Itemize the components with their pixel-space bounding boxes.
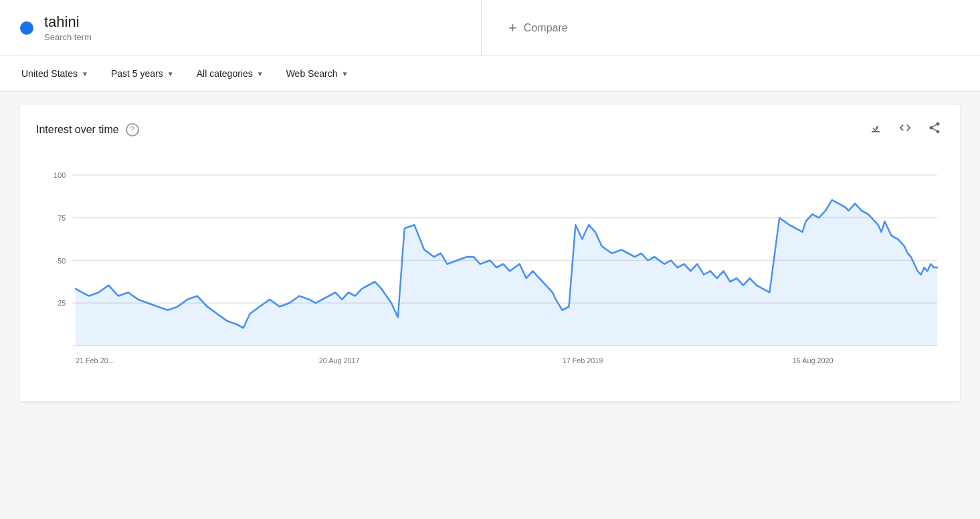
header-section: tahini Search term + Compare <box>0 0 980 56</box>
embed-button[interactable] <box>896 118 914 140</box>
search-type-arrow-icon: ▼ <box>341 70 348 78</box>
y-label-50: 50 <box>58 256 66 264</box>
download-icon <box>869 121 882 134</box>
time-range-arrow-icon: ▼ <box>167 70 174 78</box>
x-label-2017: 20 Aug 2017 <box>319 356 360 365</box>
search-term-value: tahini <box>44 13 92 31</box>
search-term-label: Search term <box>44 32 92 42</box>
chart-actions <box>866 118 944 140</box>
x-label-start: 21 Feb 20... <box>76 356 114 365</box>
region-label: United States <box>21 68 78 79</box>
chart-title: Interest over time <box>36 124 119 136</box>
interest-over-time-card: Interest over time ? <box>20 105 960 401</box>
category-label: All categories <box>197 68 253 79</box>
region-filter[interactable]: United States ▼ <box>20 66 90 82</box>
category-filter[interactable]: All categories ▼ <box>195 66 265 82</box>
content-area: Interest over time ? <box>0 92 980 421</box>
chart-header: Interest over time ? <box>36 118 944 140</box>
compare-button[interactable]: + Compare <box>508 19 568 37</box>
y-label-25: 25 <box>58 299 66 307</box>
search-type-label: Web Search <box>286 68 338 79</box>
trend-chart-svg: 100 75 50 25 21 Feb 20... 20 Aug 2017 17… <box>36 154 944 381</box>
help-icon-label: ? <box>130 125 134 134</box>
y-label-75: 75 <box>58 213 66 221</box>
embed-icon <box>898 121 912 134</box>
share-icon <box>928 121 941 134</box>
search-type-filter[interactable]: Web Search ▼ <box>285 66 350 82</box>
search-term-dot <box>20 21 33 35</box>
search-term-text: tahini Search term <box>44 13 92 42</box>
help-icon[interactable]: ? <box>126 123 139 136</box>
share-button[interactable] <box>925 118 944 140</box>
region-arrow-icon: ▼ <box>82 70 88 78</box>
category-arrow-icon: ▼ <box>257 70 264 78</box>
download-button[interactable] <box>866 118 885 140</box>
filters-bar: United States ▼ Past 5 years ▼ All categ… <box>0 56 980 92</box>
time-range-filter[interactable]: Past 5 years ▼ <box>110 66 175 82</box>
trend-area <box>76 200 937 346</box>
compare-box: + Compare <box>482 0 980 56</box>
compare-label: Compare <box>524 22 568 34</box>
chart-container: 100 75 50 25 21 Feb 20... 20 Aug 2017 17… <box>36 154 944 381</box>
y-label-100: 100 <box>54 171 66 179</box>
x-label-2019: 17 Feb 2019 <box>563 356 603 365</box>
search-term-box: tahini Search term <box>0 0 482 56</box>
time-range-label: Past 5 years <box>111 68 163 79</box>
compare-plus-icon: + <box>508 19 517 37</box>
x-label-2020: 16 Aug 2020 <box>793 356 834 365</box>
chart-title-group: Interest over time ? <box>36 123 139 136</box>
